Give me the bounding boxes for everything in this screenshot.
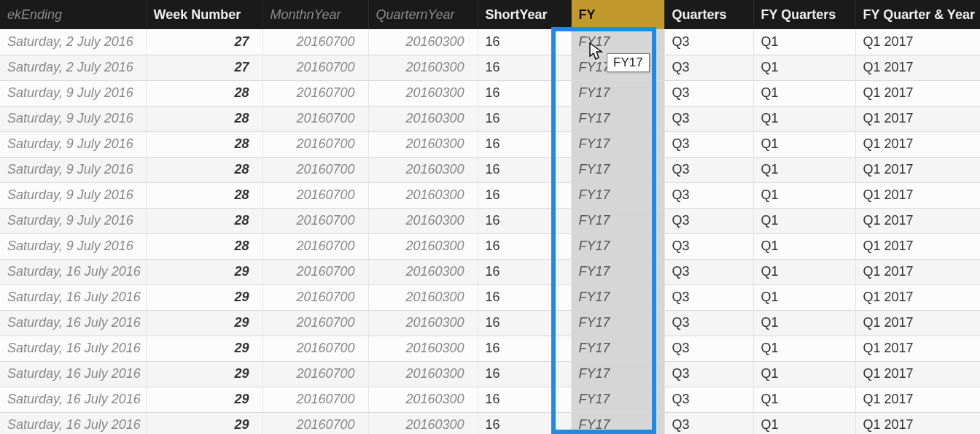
cell-fy[interactable]: FY17 bbox=[571, 336, 664, 361]
table-row[interactable]: Saturday, 2 July 20162720160700201603001… bbox=[0, 29, 980, 55]
cell-monthnYear[interactable]: 20160700 bbox=[262, 157, 368, 182]
cell-weekEnding[interactable]: Saturday, 16 July 2016 bbox=[0, 336, 146, 361]
cell-fy[interactable]: FY17 bbox=[571, 233, 664, 259]
cell-weekNumber[interactable]: 28 bbox=[146, 80, 262, 106]
cell-fy[interactable]: FY17 bbox=[571, 106, 664, 131]
cell-weekNumber[interactable]: 28 bbox=[146, 106, 262, 131]
cell-monthnYear[interactable]: 20160700 bbox=[262, 361, 368, 387]
cell-monthnYear[interactable]: 20160700 bbox=[262, 233, 368, 259]
cell-quarters[interactable]: Q3 bbox=[664, 387, 753, 412]
cell-weekEnding[interactable]: Saturday, 2 July 2016 bbox=[0, 29, 146, 55]
cell-weekNumber[interactable]: 29 bbox=[146, 310, 262, 336]
cell-fyQuarterYear[interactable]: Q1 2017 bbox=[855, 208, 980, 233]
cell-monthnYear[interactable]: 20160700 bbox=[262, 182, 368, 208]
table-row[interactable]: Saturday, 9 July 20162820160700201603001… bbox=[0, 233, 980, 259]
cell-fyQuarterYear[interactable]: Q1 2017 bbox=[855, 80, 980, 106]
cell-fy[interactable]: FY17 bbox=[571, 387, 664, 412]
cell-fy[interactable]: FY17 bbox=[571, 284, 664, 310]
cell-weekNumber[interactable]: 28 bbox=[146, 131, 262, 157]
cell-monthnYear[interactable]: 20160700 bbox=[262, 310, 368, 336]
cell-weekEnding[interactable]: Saturday, 9 July 2016 bbox=[0, 233, 146, 259]
cell-weekNumber[interactable]: 29 bbox=[146, 284, 262, 310]
cell-fy[interactable]: FY17 bbox=[571, 208, 664, 233]
cell-fyQuarterYear[interactable]: Q1 2017 bbox=[855, 55, 980, 80]
cell-fyQuarters[interactable]: Q1 bbox=[753, 387, 855, 412]
cell-fyQuarters[interactable]: Q1 bbox=[753, 412, 855, 434]
cell-quarternYear[interactable]: 20160300 bbox=[368, 284, 478, 310]
col-header-quarters[interactable]: Quarters bbox=[664, 0, 753, 29]
cell-weekNumber[interactable]: 27 bbox=[146, 55, 262, 80]
cell-shortYear[interactable]: 16 bbox=[478, 412, 571, 434]
cell-shortYear[interactable]: 16 bbox=[478, 259, 571, 284]
data-table[interactable]: ekEnding Week Number MonthnYear Quartern… bbox=[0, 0, 980, 434]
cell-fyQuarterYear[interactable]: Q1 2017 bbox=[855, 259, 980, 284]
cell-fyQuarters[interactable]: Q1 bbox=[753, 361, 855, 387]
cell-quarternYear[interactable]: 20160300 bbox=[368, 157, 478, 182]
col-header-fyquarteryear[interactable]: FY Quarter & Year bbox=[855, 0, 980, 29]
table-row[interactable]: Saturday, 16 July 2016292016070020160300… bbox=[0, 412, 980, 434]
col-header-weekending[interactable]: ekEnding bbox=[0, 0, 146, 29]
cell-quarternYear[interactable]: 20160300 bbox=[368, 131, 478, 157]
cell-fy[interactable]: FY17 bbox=[571, 29, 664, 55]
cell-quarternYear[interactable]: 20160300 bbox=[368, 106, 478, 131]
cell-fyQuarterYear[interactable]: Q1 2017 bbox=[855, 106, 980, 131]
table-row[interactable]: Saturday, 16 July 2016292016070020160300… bbox=[0, 259, 980, 284]
cell-quarters[interactable]: Q3 bbox=[664, 55, 753, 80]
col-header-shortyear[interactable]: ShortYear bbox=[478, 0, 571, 29]
cell-fy[interactable]: FY17 bbox=[571, 157, 664, 182]
cell-fy[interactable]: FY17 bbox=[571, 361, 664, 387]
table-row[interactable]: Saturday, 16 July 2016292016070020160300… bbox=[0, 361, 980, 387]
cell-fyQuarterYear[interactable]: Q1 2017 bbox=[855, 284, 980, 310]
cell-quarters[interactable]: Q3 bbox=[664, 284, 753, 310]
cell-weekEnding[interactable]: Saturday, 16 July 2016 bbox=[0, 387, 146, 412]
cell-weekEnding[interactable]: Saturday, 9 July 2016 bbox=[0, 182, 146, 208]
cell-weekEnding[interactable]: Saturday, 16 July 2016 bbox=[0, 259, 146, 284]
cell-weekNumber[interactable]: 29 bbox=[146, 412, 262, 434]
cell-shortYear[interactable]: 16 bbox=[478, 106, 571, 131]
cell-weekNumber[interactable]: 29 bbox=[146, 336, 262, 361]
cell-fyQuarterYear[interactable]: Q1 2017 bbox=[855, 157, 980, 182]
cell-weekEnding[interactable]: Saturday, 9 July 2016 bbox=[0, 106, 146, 131]
table-row[interactable]: Saturday, 9 July 20162820160700201603001… bbox=[0, 182, 980, 208]
cell-quarternYear[interactable]: 20160300 bbox=[368, 336, 478, 361]
cell-quarternYear[interactable]: 20160300 bbox=[368, 208, 478, 233]
cell-quarters[interactable]: Q3 bbox=[664, 412, 753, 434]
cell-fy[interactable]: FY17 bbox=[571, 55, 664, 80]
cell-weekNumber[interactable]: 28 bbox=[146, 233, 262, 259]
col-header-monthnyear[interactable]: MonthnYear bbox=[262, 0, 368, 29]
cell-monthnYear[interactable]: 20160700 bbox=[262, 80, 368, 106]
table-row[interactable]: Saturday, 9 July 20162820160700201603001… bbox=[0, 131, 980, 157]
cell-quarters[interactable]: Q3 bbox=[664, 80, 753, 106]
cell-fyQuarters[interactable]: Q1 bbox=[753, 55, 855, 80]
cell-shortYear[interactable]: 16 bbox=[478, 284, 571, 310]
cell-quarters[interactable]: Q3 bbox=[664, 182, 753, 208]
cell-monthnYear[interactable]: 20160700 bbox=[262, 259, 368, 284]
cell-quarters[interactable]: Q3 bbox=[664, 106, 753, 131]
cell-shortYear[interactable]: 16 bbox=[478, 387, 571, 412]
col-header-quarternyear[interactable]: QuarternYear bbox=[368, 0, 478, 29]
cell-quarternYear[interactable]: 20160300 bbox=[368, 387, 478, 412]
cell-quarters[interactable]: Q3 bbox=[664, 131, 753, 157]
table-row[interactable]: Saturday, 9 July 20162820160700201603001… bbox=[0, 106, 980, 131]
cell-fy[interactable]: FY17 bbox=[571, 182, 664, 208]
cell-fyQuarterYear[interactable]: Q1 2017 bbox=[855, 412, 980, 434]
table-row[interactable]: Saturday, 16 July 2016292016070020160300… bbox=[0, 387, 980, 412]
cell-monthnYear[interactable]: 20160700 bbox=[262, 29, 368, 55]
table-row[interactable]: Saturday, 16 July 2016292016070020160300… bbox=[0, 310, 980, 336]
cell-monthnYear[interactable]: 20160700 bbox=[262, 208, 368, 233]
cell-quarters[interactable]: Q3 bbox=[664, 233, 753, 259]
cell-shortYear[interactable]: 16 bbox=[478, 233, 571, 259]
cell-fyQuarterYear[interactable]: Q1 2017 bbox=[855, 131, 980, 157]
cell-fyQuarters[interactable]: Q1 bbox=[753, 157, 855, 182]
cell-fyQuarters[interactable]: Q1 bbox=[753, 208, 855, 233]
cell-fyQuarterYear[interactable]: Q1 2017 bbox=[855, 336, 980, 361]
cell-monthnYear[interactable]: 20160700 bbox=[262, 131, 368, 157]
table-row[interactable]: Saturday, 16 July 2016292016070020160300… bbox=[0, 284, 980, 310]
table-row[interactable]: Saturday, 16 July 2016292016070020160300… bbox=[0, 336, 980, 361]
cell-monthnYear[interactable]: 20160700 bbox=[262, 284, 368, 310]
cell-monthnYear[interactable]: 20160700 bbox=[262, 336, 368, 361]
cell-fyQuarterYear[interactable]: Q1 2017 bbox=[855, 29, 980, 55]
cell-fyQuarters[interactable]: Q1 bbox=[753, 259, 855, 284]
cell-weekEnding[interactable]: Saturday, 9 July 2016 bbox=[0, 157, 146, 182]
cell-fyQuarters[interactable]: Q1 bbox=[753, 284, 855, 310]
